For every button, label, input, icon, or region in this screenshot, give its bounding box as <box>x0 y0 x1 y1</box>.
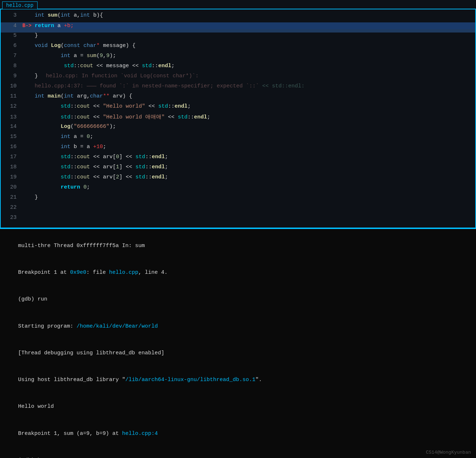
line-content: std::cout << arv[0] << std::endl; <box>33 154 475 160</box>
line-content: Log("666666666"); <box>33 124 475 130</box>
terminal-line-4: [Thread debugging using libthread_db ena… <box>5 340 471 367</box>
line-number: 9 <box>1 73 22 79</box>
code-line-6: 6 void Log(const char* message) { <box>1 43 475 53</box>
line-number: 15 <box>1 134 22 140</box>
line-content: std::cout << arv[1] << std::endl; <box>33 164 475 170</box>
terminal-line-3: Starting program: /home/kali/dev/Bear/wo… <box>5 313 471 340</box>
line-number: 7 <box>1 53 22 59</box>
line-content: hello.cpp:4:37: ——— found `:` in nested-… <box>33 83 475 89</box>
code-line-7: 7 int a = sum(9,9); <box>1 53 475 63</box>
code-line-10: 10 hello.cpp:4:37: ——— found `:` in nest… <box>1 83 475 93</box>
line-content: int sum(int a,int b){ <box>33 12 475 18</box>
line-content: return 0; <box>33 184 475 190</box>
terminal-line-2: (gdb) run <box>5 286 471 313</box>
breakpoint-marker: B-> <box>22 23 33 29</box>
code-line-11: 11 int main(int arg,char** arv) { <box>1 93 475 103</box>
code-editor[interactable]: 3 int sum(int a,int b){ 4 B-> return a +… <box>1 9 475 228</box>
terminal-line-5: Using host libthread_db library "/lib/aa… <box>5 367 471 393</box>
line-content: int a = 0; <box>33 134 475 140</box>
line-number: 19 <box>1 174 22 180</box>
code-line-3: 3 int sum(int a,int b){ <box>1 12 475 22</box>
line-number: 14 <box>1 124 22 130</box>
terminal-panel[interactable]: multi-thre Thread 0xffffff7ff5a In: sum … <box>0 228 476 458</box>
code-line-22: 22 <box>1 204 475 215</box>
code-line-15: 15 int a = 0; <box>1 134 475 144</box>
line-content: int main(int arg,char** arv) { <box>33 93 475 99</box>
code-line-5: 5 } <box>1 33 475 43</box>
line-number: 13 <box>1 114 22 120</box>
line-number: 21 <box>1 194 22 200</box>
line-number: 16 <box>1 144 22 150</box>
line-number: 23 <box>1 215 22 221</box>
line-number: 20 <box>1 184 22 190</box>
line-number: 4 <box>1 23 22 29</box>
code-line-18: 18 std::cout << arv[1] << std::endl; <box>1 164 475 174</box>
terminal-line-6: Hello world <box>5 394 471 420</box>
line-number: 11 <box>1 93 22 99</box>
line-content: std::cout << arv[2] << std::endl; <box>33 174 475 180</box>
line-content: std::cout << "Hello world" << std::endl; <box>33 103 475 109</box>
line-content: std::cout << message << std::endl; <box>33 63 475 69</box>
code-line-8: 8 std::cout << message << std::endl; <box>1 63 475 73</box>
code-line-12: 12 std::cout << "Hello world" << std::en… <box>1 103 475 113</box>
line-number: 12 <box>1 103 22 109</box>
code-line-17: 17 std::cout << arv[0] << std::endl; <box>1 154 475 164</box>
line-number: 8 <box>1 63 22 69</box>
terminal-header: multi-thre Thread 0xffffff7ff5a In: sum <box>5 233 471 259</box>
file-tab: hello.cpp <box>2 1 38 9</box>
line-number: 17 <box>1 154 22 160</box>
code-line-16: 16 int b = a +10; <box>1 144 475 154</box>
line-content: std::cout << "Hello world 애애애" << std::e… <box>33 113 475 120</box>
editor-panel: hello.cpp 3 int sum(int a,int b){ 4 B-> … <box>0 9 476 228</box>
line-content: int a = sum(9,9); <box>33 53 475 59</box>
line-content: return a +b; <box>33 22 475 29</box>
code-line-13: 13 std::cout << "Hello world 애애애" << std… <box>1 113 475 124</box>
line-content: int b = a +10; <box>33 144 475 150</box>
terminal-line-1: Breakpoint 1 at 0x9e0: file hello.cpp, l… <box>5 259 471 286</box>
line-content: } hello.cpp: In function `void Log(const… <box>33 73 475 79</box>
line-number: 5 <box>1 33 22 39</box>
line-content: } <box>33 194 475 200</box>
line-number: 10 <box>1 83 22 89</box>
line-number: 3 <box>1 12 22 18</box>
code-line-14: 14 Log("666666666"); <box>1 124 475 134</box>
line-number: 18 <box>1 164 22 170</box>
watermark: CS14@WongKyunban <box>426 450 471 455</box>
code-line-4: 4 B-> return a +b; <box>1 22 475 33</box>
line-content: void Log(const char* message) { <box>33 43 475 49</box>
code-line-23: 23 <box>1 215 475 225</box>
terminal-line-8: (gdb) bt <box>5 447 471 458</box>
code-line-9: 9 } hello.cpp: In function `void Log(con… <box>1 73 475 83</box>
code-line-19: 19 std::cout << arv[2] << std::endl; <box>1 174 475 184</box>
line-content: } <box>33 33 475 39</box>
line-number: 22 <box>1 204 22 211</box>
code-line-21: 21 } <box>1 194 475 204</box>
code-line-20: 20 return 0; <box>1 184 475 194</box>
terminal-line-7: Breakpoint 1, sum (a=9, b=9) at hello.cp… <box>5 420 471 447</box>
line-number: 6 <box>1 43 22 49</box>
